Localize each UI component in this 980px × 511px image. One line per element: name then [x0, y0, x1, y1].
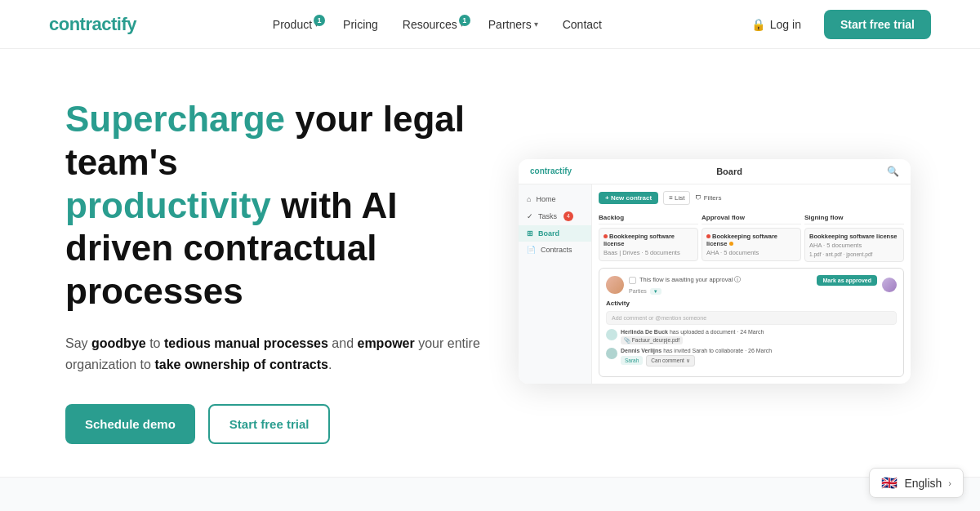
user-avatar: [606, 276, 624, 294]
sidebar-item-board[interactable]: ⊞ Board: [519, 225, 591, 242]
signing-header: Signing flow: [804, 211, 904, 224]
activity-item-0: Herlinda De Buck has uploaded a document…: [606, 329, 897, 344]
flag-icon: 🇬🇧: [881, 475, 898, 491]
schedule-demo-button[interactable]: Schedule demo: [65, 404, 195, 444]
mockup-logo: contractify: [530, 167, 572, 176]
start-trial-button[interactable]: Start free trial: [824, 10, 931, 39]
new-contract-button[interactable]: + New contract: [599, 192, 658, 204]
login-button[interactable]: 🔒 Log in: [738, 11, 814, 38]
tasks-badge: 4: [564, 211, 573, 221]
brand-logo[interactable]: contractify: [49, 14, 136, 35]
approval-top: This flow is awaiting your approval ⓘ Ma…: [606, 275, 897, 295]
sidebar-item-contracts[interactable]: 📄 Contracts: [519, 242, 591, 258]
tasks-icon: ✓: [527, 212, 533, 220]
yellow-dot: [729, 242, 733, 246]
hero-subtitle: Say goodbye to tedious manual processes …: [65, 333, 481, 375]
activity-section: Activity Add comment or @mention someone…: [606, 300, 897, 367]
comment-input[interactable]: Add comment or @mention someone: [606, 311, 897, 325]
mark-approved-button[interactable]: Mark as approved: [817, 275, 877, 286]
activity-item-1: Dennis Verlijns has invited Sarah to col…: [606, 348, 897, 367]
party-avatar: [882, 278, 897, 292]
chevron-down-icon: ▾: [534, 20, 538, 29]
list-view-button[interactable]: ≡ List: [663, 191, 690, 205]
mockup-title: Board: [716, 167, 742, 176]
hero-section: Supercharge your legal team's productivi…: [0, 49, 980, 477]
mockup-sidebar: ⌂ Home ✓ Tasks 4 ⊞ Board 📄 Contracts: [519, 184, 592, 384]
activity-title: Activity: [606, 300, 897, 307]
hero-illustration: contractify Board 🔍 ⌂ Home ✓ Tasks 4: [498, 159, 931, 384]
language-label: English: [904, 477, 942, 490]
nav-item-product[interactable]: Product 1 ▾: [263, 13, 328, 36]
approval-panel: This flow is awaiting your approval ⓘ Ma…: [599, 268, 904, 377]
backlog-header: Backlog: [599, 211, 698, 224]
language-selector[interactable]: 🇬🇧 English ›: [869, 468, 964, 498]
dashboard-mockup: contractify Board 🔍 ⌂ Home ✓ Tasks 4: [519, 159, 911, 384]
mockup-toolbar: + New contract ≡ List ⛉ Filters: [599, 191, 904, 205]
nav-item-pricing[interactable]: Pricing: [333, 13, 388, 36]
mockup-body: ⌂ Home ✓ Tasks 4 ⊞ Board 📄 Contracts: [519, 184, 911, 384]
approval-checkbox[interactable]: [629, 277, 636, 284]
home-icon: ⌂: [527, 195, 531, 203]
lock-icon: 🔒: [751, 18, 765, 31]
backlog-column: Backlog Bookkeeping software license Baa…: [599, 211, 698, 264]
start-free-trial-button[interactable]: Start free trial: [208, 404, 331, 444]
nav-item-resources[interactable]: Resources 1 ▾: [393, 13, 474, 36]
filter-button[interactable]: ⛉ Filters: [695, 194, 721, 202]
nav-actions: 🔒 Log in Start free trial: [738, 10, 931, 39]
navigation: contractify Product 1 ▾ Pricing Resource…: [0, 0, 980, 49]
hero-buttons: Schedule demo Start free trial: [65, 404, 481, 444]
user-avatar-dennis: [606, 348, 617, 359]
card-bookkeeping-approval[interactable]: Bookkeeping software license AHA · 5 doc…: [702, 228, 801, 261]
approval-text: This flow is awaiting your approval ⓘ: [639, 276, 741, 284]
kanban-board: Backlog Bookkeeping software license Baa…: [599, 211, 904, 264]
nav-links: Product 1 ▾ Pricing Resources 1 ▾ Partne…: [263, 13, 612, 36]
hero-title: Supercharge your legal team's productivi…: [65, 98, 481, 313]
user-avatar-herlinda: [606, 329, 617, 340]
comment-permission-button[interactable]: Can comment ∨: [646, 355, 694, 367]
red-dot: [604, 234, 608, 238]
mockup-header: contractify Board 🔍: [519, 159, 911, 184]
sidebar-item-home[interactable]: ⌂ Home: [519, 191, 591, 207]
nav-item-partners[interactable]: Partners ▾: [479, 13, 548, 36]
chevron-right-icon: ›: [948, 478, 951, 488]
search-icon[interactable]: 🔍: [887, 166, 899, 177]
signing-column: Signing flow Bookkeeping software licens…: [804, 211, 904, 264]
social-proof-section: Over 170.000+ documents are managed in C…: [0, 477, 980, 511]
card-bookkeeping-backlog[interactable]: Bookkeeping software license Baas | Driv…: [599, 228, 698, 261]
sidebar-item-tasks[interactable]: ✓ Tasks 4: [519, 207, 591, 225]
contracts-icon: 📄: [527, 246, 536, 254]
hero-content: Supercharge your legal team's productivi…: [65, 98, 481, 444]
red-dot: [706, 234, 710, 238]
board-icon: ⊞: [527, 229, 533, 238]
approval-header: Approval flow: [702, 211, 801, 224]
mockup-main: + New contract ≡ List ⛉ Filters Backlog …: [592, 184, 911, 384]
approval-column: Approval flow Bookkeeping software licen…: [702, 211, 801, 264]
card-bookkeeping-signing[interactable]: Bookkeeping software license AHA · 5 doc…: [804, 228, 904, 262]
nav-item-contact[interactable]: Contact: [553, 13, 612, 36]
